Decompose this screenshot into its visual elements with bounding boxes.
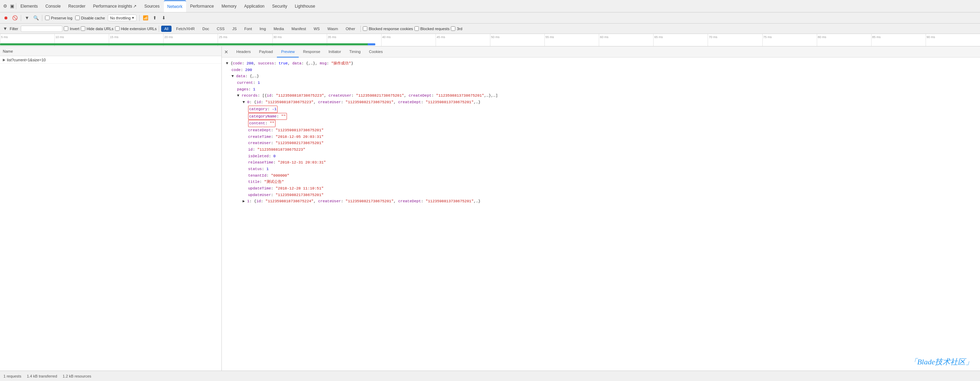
filter-btn-font[interactable]: Font xyxy=(241,25,255,32)
filter-row: ▼ Filter Invert Hide data URLs Hide exte… xyxy=(0,24,980,34)
tab-response[interactable]: Response xyxy=(299,46,325,57)
filter-input[interactable] xyxy=(21,25,62,32)
timeline-blue-marker xyxy=(368,43,375,45)
right-pane: ✕ Headers Payload Preview Response Initi… xyxy=(222,46,980,371)
tab-cookies[interactable]: Cookies xyxy=(365,46,387,57)
json-updateTime: updateTime: "2018-12-28 11:10:51" xyxy=(226,185,976,192)
row-arrow: ▶ xyxy=(3,58,6,62)
json-id: id: "1123598818738675223" xyxy=(226,146,976,153)
tab-application[interactable]: Application xyxy=(241,0,268,12)
json-createDept: createDept: "1123598813738675201" xyxy=(226,127,976,134)
filter-btn-fetch[interactable]: Fetch/XHR xyxy=(173,25,198,32)
clear-icon[interactable]: 🚫 xyxy=(12,15,18,21)
json-code: code: 200 xyxy=(226,67,976,73)
tab-timing[interactable]: Timing xyxy=(345,46,365,57)
disable-cache-checkbox[interactable]: Disable cache xyxy=(75,16,105,20)
wifi-icon[interactable]: 📶 xyxy=(142,15,149,21)
tick-90ms: 90 ms xyxy=(926,34,980,46)
main-area: Name ▶ list?current=1&size=10 ✕ Headers … xyxy=(0,46,980,371)
panel-tabs: ✕ Headers Payload Preview Response Initi… xyxy=(222,46,980,57)
filter-btn-other[interactable]: Other xyxy=(342,25,358,32)
json-releaseTime: releaseTime: "2018-12-31 20:03:31" xyxy=(226,159,976,166)
stop-icon[interactable]: ⏺ xyxy=(3,15,9,21)
tick-85ms: 85 ms xyxy=(871,34,926,46)
filter-btn-js[interactable]: JS xyxy=(229,25,240,32)
blocked-requests-checkbox[interactable]: Blocked requests xyxy=(414,26,449,31)
json-status: status: 1 xyxy=(226,166,976,173)
tick-50ms: 50 ms xyxy=(490,34,544,46)
tab-memory[interactable]: Memory xyxy=(218,0,240,12)
tab-security[interactable]: Security xyxy=(269,0,290,12)
json-isDeleted: isDeleted: 0 xyxy=(226,153,976,160)
request-row[interactable]: ▶ list?current=1&size=10 xyxy=(0,56,221,64)
col-header-name: Name xyxy=(0,46,221,56)
tab-payload[interactable]: Payload xyxy=(255,46,277,57)
resources-size: 1.2 kB resources xyxy=(63,374,91,378)
filter-btn-wasm[interactable]: Wasm xyxy=(325,25,341,32)
timeline-green-bar xyxy=(0,43,372,45)
timeline: 5 ms 10 ms 15 ms 20 ms 25 ms 30 ms 35 ms… xyxy=(0,34,980,46)
tab-console[interactable]: Console xyxy=(42,0,64,12)
request-url: list?current=1&size=10 xyxy=(7,58,46,62)
filter-btn-media[interactable]: Media xyxy=(270,25,287,32)
tab-preview[interactable]: Preview xyxy=(277,46,299,57)
tab-elements[interactable]: Elements xyxy=(17,0,41,12)
filter-btn-all[interactable]: All xyxy=(161,25,172,32)
tab-performance-insights[interactable]: Performance insights ↗ xyxy=(89,0,140,12)
filter-btn-css[interactable]: CSS xyxy=(214,25,228,32)
json-records: ▼ records: [{id: "1123598818738675223", … xyxy=(226,92,976,99)
tab-headers[interactable]: Headers xyxy=(232,46,255,57)
filter-btn-manifest[interactable]: Manifest xyxy=(288,25,309,32)
filter-icon[interactable]: ▼ xyxy=(24,15,30,21)
tick-75ms: 75 ms xyxy=(762,34,817,46)
filter-btn-ws[interactable]: WS xyxy=(310,25,323,32)
json-categoryName: categoryName: "" xyxy=(226,113,976,120)
requests-count: 1 requests xyxy=(3,374,21,378)
json-tenantId: tenantId: "000000" xyxy=(226,173,976,179)
tab-network[interactable]: Network xyxy=(164,0,186,12)
tab-performance[interactable]: Performance xyxy=(187,0,218,12)
json-record0: ▼ 0: {id: "1123598818738675223", createU… xyxy=(226,99,976,106)
tab-lighthouse[interactable]: Lighthouse xyxy=(291,0,319,12)
blocked-cookies-checkbox[interactable]: Blocked response cookies xyxy=(363,26,413,31)
dock-icon[interactable]: ▣ xyxy=(9,3,15,10)
json-updateUser: updateUser: "1123598821738675201" xyxy=(226,192,976,198)
tick-40ms: 40 ms xyxy=(381,34,436,46)
filter-label: Filter xyxy=(10,27,18,31)
upload-icon[interactable]: ⬆ xyxy=(151,15,158,21)
hide-ext-urls-checkbox[interactable]: Hide extension URLs xyxy=(115,26,157,31)
throttle-select[interactable]: No throttling ▾ xyxy=(108,14,137,21)
download-icon[interactable]: ⬇ xyxy=(161,15,167,21)
json-content: content: "" xyxy=(226,120,976,127)
devtools-icon[interactable]: ⚙ xyxy=(2,3,8,10)
filter-btn-img[interactable]: Img xyxy=(256,25,269,32)
search-icon[interactable]: 🔍 xyxy=(33,15,39,21)
tick-45ms: 45 ms xyxy=(436,34,490,46)
json-category: category: -1 xyxy=(226,106,976,113)
json-record1: ▶ 1: {id: "1123598818738675224", createU… xyxy=(226,198,976,205)
network-toolbar: ⏺ 🚫 ▼ 🔍 Preserve log Disable cache No th… xyxy=(0,13,980,24)
tab-sources[interactable]: Sources xyxy=(141,0,163,12)
filter-toggle-icon[interactable]: ▼ xyxy=(2,25,8,32)
tab-recorder[interactable]: Recorder xyxy=(65,0,89,12)
json-createUser: createUser: "1123598821738675201" xyxy=(226,140,976,146)
tick-70ms: 70 ms xyxy=(708,34,762,46)
close-button[interactable]: ✕ xyxy=(223,49,229,55)
filter-btn-doc[interactable]: Doc xyxy=(199,25,212,32)
3rd-party-checkbox[interactable]: 3rd xyxy=(451,26,462,31)
preserve-log-checkbox[interactable]: Preserve log xyxy=(45,16,72,20)
status-bar: 1 requests 1.4 kB transferred 1.2 kB res… xyxy=(0,371,980,381)
hide-data-urls-checkbox[interactable]: Hide data URLs xyxy=(81,26,114,31)
tick-80ms: 80 ms xyxy=(817,34,871,46)
json-current: current: 1 xyxy=(226,80,976,86)
json-pages: pages: 1 xyxy=(226,86,976,93)
json-data: ▼ data: {,…} xyxy=(226,73,976,80)
tick-55ms: 55 ms xyxy=(544,34,599,46)
tick-65ms: 65 ms xyxy=(653,34,708,46)
invert-checkbox[interactable]: Invert xyxy=(64,26,80,31)
json-createTime: createTime: "2018-12-05 20:03:31" xyxy=(226,134,976,140)
tick-60ms: 60 ms xyxy=(599,34,653,46)
tab-initiator[interactable]: Initiator xyxy=(325,46,345,57)
tab-bar: ⚙ ▣ Elements Console Recorder Performanc… xyxy=(0,0,980,13)
left-pane: Name ▶ list?current=1&size=10 xyxy=(0,46,222,371)
